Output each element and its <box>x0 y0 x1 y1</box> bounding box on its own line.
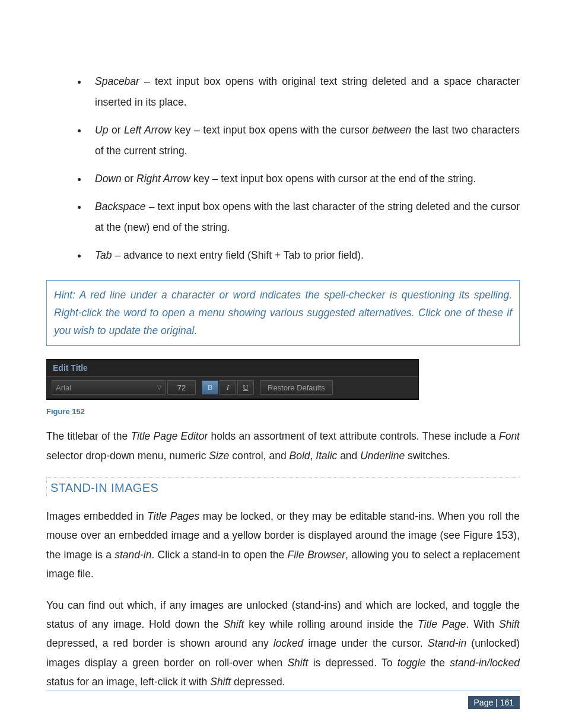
font-size-value: 72 <box>177 383 186 392</box>
text: – text input box opens with the last cha… <box>95 201 520 233</box>
term: Title Page Editor <box>131 430 208 442</box>
list-item: Spacebar – text input box opens with ori… <box>88 71 520 113</box>
text: key while rolling around inside the <box>244 618 418 630</box>
paragraph: The titlebar of the Title Page Editor ho… <box>46 427 520 465</box>
text: is depressed. To <box>308 657 397 669</box>
text: , <box>310 450 316 462</box>
term: Stand-in <box>428 637 466 649</box>
text: – advance to next entry field (Shift + T… <box>112 249 364 261</box>
text: the <box>425 657 450 669</box>
term: Backspace <box>95 201 146 212</box>
text: . With <box>466 618 499 630</box>
text: holds an assortment of text attribute co… <box>208 430 499 442</box>
text: switches. <box>405 450 450 462</box>
text: key – text input box opens with the curs… <box>171 124 372 136</box>
text: or <box>108 124 124 136</box>
edit-title-toolbar: Edit Title Arial ▽ 72 B I U <box>46 359 419 400</box>
italic-button[interactable]: I <box>220 380 236 395</box>
term: Up <box>95 124 108 136</box>
term: Tab <box>95 249 112 261</box>
text: depressed, a red border is shown around … <box>46 637 274 649</box>
term: Spacebar <box>95 75 139 87</box>
list-item: Tab – advance to next entry field (Shift… <box>88 245 520 266</box>
term: Underline <box>360 450 405 462</box>
term: Bold <box>290 450 310 462</box>
text: selector drop-down menu, numeric <box>46 450 209 462</box>
font-dropdown[interactable]: Arial ▽ <box>52 380 166 395</box>
hint-callout: Hint: A red line under a character or wo… <box>46 280 520 346</box>
figure-caption: Figure 152 <box>46 407 520 416</box>
text: and <box>337 450 360 462</box>
list-item: Backspace – text input box opens with th… <box>88 196 520 238</box>
text: The titlebar of the <box>46 430 131 442</box>
term: toggle <box>398 657 426 669</box>
text: control, and <box>229 450 289 462</box>
term: Italic <box>316 450 337 462</box>
text: status for an image, left-click it with <box>46 676 210 688</box>
term: Shift <box>499 618 520 630</box>
page-footer: Page | 161 <box>46 691 520 710</box>
term: stand-in/locked <box>450 657 520 669</box>
italic-label: I <box>227 383 229 392</box>
figure-152: Edit Title Arial ▽ 72 B I U <box>46 359 520 400</box>
term: between <box>372 124 411 136</box>
paragraph: You can find out which, if any images ar… <box>46 596 520 692</box>
term: Shift <box>223 618 244 630</box>
font-dropdown-value: Arial <box>56 383 71 392</box>
underline-button[interactable]: U <box>237 380 254 395</box>
text: image under the cursor. <box>303 637 428 649</box>
text: . Click a stand-in to open the <box>151 549 287 561</box>
term: Shift <box>210 676 231 688</box>
term: Font <box>499 430 520 442</box>
restore-defaults-button[interactable]: Restore Defaults <box>260 380 333 395</box>
page-number-badge: Page | 161 <box>468 696 520 709</box>
restore-defaults-label: Restore Defaults <box>268 383 325 392</box>
text: Images embedded in <box>46 510 147 522</box>
term: Shift <box>287 657 308 669</box>
keyboard-shortcut-list: Spacebar – text input box opens with ori… <box>46 71 520 266</box>
text: – text input box opens with original tex… <box>95 75 520 108</box>
term: File Browser <box>288 549 346 561</box>
section-heading: STAND-IN IMAGES <box>46 477 520 498</box>
edit-title-controls: Arial ▽ 72 B I U Restore Defaults <box>47 377 418 399</box>
chevron-down-icon: ▽ <box>157 384 161 390</box>
edit-title-header: Edit Title <box>47 360 418 377</box>
paragraph: Images embedded in Title Pages may be lo… <box>46 507 520 584</box>
font-size-input[interactable]: 72 <box>167 380 196 395</box>
text: depressed. <box>231 676 285 688</box>
term: stand-in <box>115 549 151 561</box>
bold-label: B <box>208 383 213 392</box>
term: Title Pages <box>147 510 199 522</box>
underline-label: U <box>243 383 248 392</box>
term: locked <box>274 637 304 649</box>
text: key – text input box opens with cursor a… <box>190 173 476 185</box>
term: Down <box>95 173 122 185</box>
list-item: Up or Left Arrow key – text input box op… <box>88 120 520 161</box>
footer-rule <box>46 691 520 692</box>
list-item: Down or Right Arrow key – text input box… <box>88 169 520 189</box>
hint-text: Hint: A red line under a character or wo… <box>54 289 512 336</box>
term: Title Page <box>418 618 466 630</box>
term: Left Arrow <box>124 124 171 136</box>
text: or <box>122 173 136 185</box>
term: Size <box>209 450 229 462</box>
term: Right Arrow <box>136 173 190 185</box>
bold-button[interactable]: B <box>202 380 218 395</box>
